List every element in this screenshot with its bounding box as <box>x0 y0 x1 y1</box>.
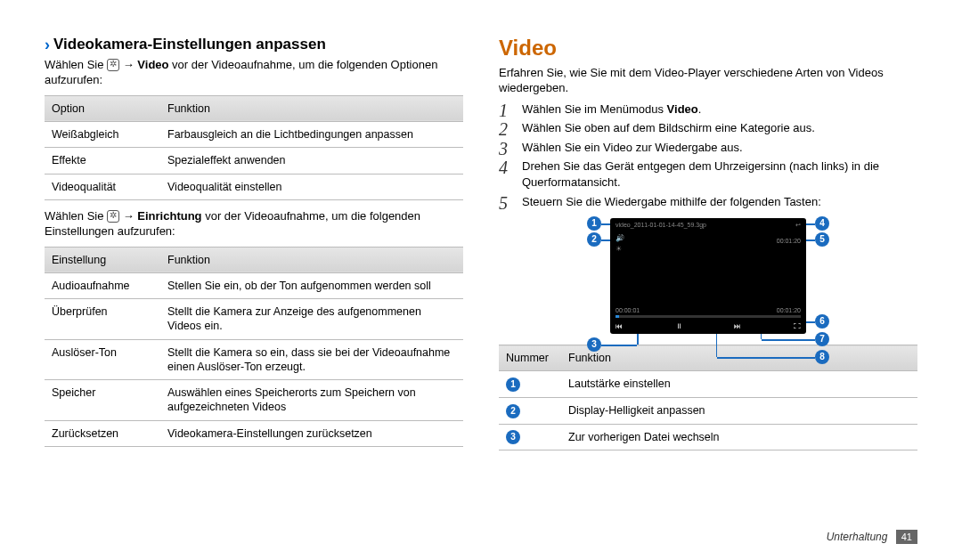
subsection-heading-text: Videokamera-Einstellungen anpassen <box>53 36 326 53</box>
col-header-function: Funktion <box>160 247 463 272</box>
callout-circle-3: 3 <box>587 337 601 352</box>
intro-paragraph-2: Wählen Sie → Einrichtung vor der Videoau… <box>45 209 463 239</box>
footer-section: Unterhaltung <box>827 531 888 543</box>
table-row: WeißabgleichFarbausgleich an die Lichtbe… <box>45 122 463 148</box>
table-header-row: Einstellung Funktion <box>45 247 463 272</box>
callout-circle-8: 8 <box>815 350 829 364</box>
volume-icon: 🔊 <box>616 234 624 242</box>
brightness-icon: ☀ <box>616 245 622 253</box>
options-table-2: Einstellung Funktion AudioaufnahmeStelle… <box>45 247 463 447</box>
col-header-function: Funktion <box>160 95 463 121</box>
table-row: 3 Zur vorherigen Datei wechseln <box>499 424 917 450</box>
table-row: ZurücksetzenVideokamera-Einstellungen zu… <box>45 420 463 446</box>
callout-circle-5: 5 <box>815 232 829 247</box>
callout-circle-1-inline: 1 <box>506 377 520 392</box>
list-item: Wählen Sie oben auf dem Bildschirm eine … <box>499 120 917 136</box>
col-header-option: Option <box>45 95 160 121</box>
options-table-1: Option Funktion WeißabgleichFarbausgleic… <box>45 95 463 200</box>
video-filename: video_2011-01-01-14-45_59.3gp <box>616 222 706 229</box>
current-time: 00:00:01 <box>616 307 640 313</box>
col-header-number: Nummer <box>499 345 561 371</box>
screen-mode-icon: ⛶ <box>794 322 801 330</box>
table-row: EffekteSpezialeffekt anwenden <box>45 148 463 174</box>
table-row: Auslöser-TonStellt die Kamera so ein, da… <box>45 339 463 380</box>
subsection-heading: ›Videokamera-Einstellungen anpassen <box>45 36 463 54</box>
progress-bar <box>616 315 801 318</box>
table-row: 1 Lautstärke einstellen <box>499 371 917 398</box>
video-screen: video_2011-01-01-14-45_59.3gp ↩ 🔊 ☀ 00:0… <box>610 218 806 334</box>
list-item: Wählen Sie ein Video zur Wiedergabe aus. <box>499 140 917 156</box>
back-icon: ↩ <box>795 222 801 229</box>
intro-paragraph-1: Wählen Sie → Video vor der Videoaufnahme… <box>45 58 463 88</box>
chevron-right-icon: › <box>45 36 50 53</box>
table-header-row: Nummer Funktion <box>499 345 917 371</box>
table-row: AudioaufnahmeStellen Sie ein, ob der Ton… <box>45 272 463 298</box>
total-time-2: 00:01:20 <box>777 307 801 313</box>
callout-circle-4: 4 <box>815 216 829 231</box>
callout-circle-6: 6 <box>815 314 829 329</box>
next-icon: ⏭ <box>734 322 741 330</box>
page-number: 41 <box>896 530 917 544</box>
total-time: 00:01:20 <box>777 238 801 244</box>
list-item: Steuern Sie die Wiedergabe mithilfe der … <box>499 194 917 210</box>
prev-icon: ⏮ <box>616 322 623 330</box>
table-row: ÜberprüfenStellt die Kamera zur Anzeige … <box>45 299 463 340</box>
callout-circle-7: 7 <box>815 332 829 346</box>
section-intro: Erfahren Sie, wie Sie mit dem Video-Play… <box>499 66 917 96</box>
pause-icon: ⏸ <box>675 322 682 330</box>
steps-list: Wählen Sie im Menümodus Video. Wählen Si… <box>499 101 917 209</box>
gear-icon <box>107 59 119 71</box>
callout-table: Nummer Funktion 1 Lautstärke einstellen … <box>499 345 917 450</box>
col-header-setting: Einstellung <box>45 247 160 272</box>
list-item: Wählen Sie im Menümodus Video. <box>499 101 917 118</box>
gear-icon <box>107 210 119 223</box>
table-row: VideoqualitätVideoqualität einstellen <box>45 174 463 199</box>
callout-circle-3-inline: 3 <box>506 430 520 444</box>
table-row: SpeicherAuswählen eines Speicherorts zum… <box>45 380 463 421</box>
table-header-row: Option Funktion <box>45 95 463 121</box>
callout-circle-2: 2 <box>587 232 601 247</box>
section-heading: Video <box>499 36 917 61</box>
table-row: 2 Display-Helligkeit anpassen <box>499 398 917 425</box>
callout-circle-1: 1 <box>587 216 601 231</box>
callout-circle-2-inline: 2 <box>506 404 520 418</box>
page-footer: Unterhaltung 41 <box>827 530 917 544</box>
video-player-mock: 1 2 3 4 5 6 7 8 video_2011-01-01-14-45_5… <box>592 218 824 334</box>
list-item: Drehen Sie das Gerät entgegen dem Uhrzei… <box>499 158 917 190</box>
